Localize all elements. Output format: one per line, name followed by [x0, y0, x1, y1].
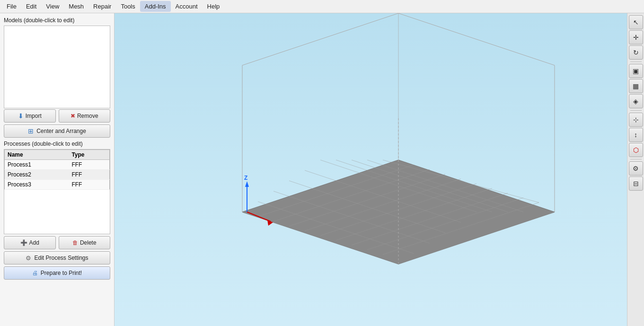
toolbar-separator-1 [630, 62, 642, 62]
view-back-button[interactable]: ▦ [629, 79, 643, 93]
add-icon [20, 239, 27, 246]
menu-account[interactable]: Account [171, 1, 203, 12]
process-name-cell: Process1 [5, 160, 69, 170]
scene-svg: Z [115, 13, 627, 326]
processes-table: Name Type Process1FFFProcess2FFFProcess3… [4, 150, 110, 190]
svg-text:Z: Z [244, 175, 247, 181]
processes-section: Processes (double-click to edit) Name Ty… [4, 141, 110, 322]
svg-line-26 [398, 13, 555, 65]
main-layout: Models (double-click to edit) Import Rem… [0, 13, 644, 326]
edit-process-settings-button[interactable]: Edit Process Settings [4, 251, 110, 264]
remove-icon [71, 113, 75, 119]
view-iso-button[interactable]: ◈ [629, 94, 643, 108]
import-button[interactable]: Import [4, 109, 56, 123]
delete-icon [72, 239, 78, 246]
models-section: Models (double-click to edit) Import Rem… [4, 17, 110, 138]
process-name-cell: Process2 [5, 170, 69, 180]
delete-process-button[interactable]: Delete [59, 236, 111, 249]
processes-wrapper: Name Type Process1FFFProcess2FFFProcess3… [4, 149, 110, 234]
models-label: Models (double-click to edit) [4, 17, 110, 24]
danger-button[interactable]: ⬡ [629, 143, 643, 157]
settings-tool-button[interactable]: ⚙ [629, 161, 643, 176]
move-tool-button[interactable]: ✛ [629, 30, 643, 44]
table-row[interactable]: Process2FFF [5, 170, 110, 180]
col-name: Name [5, 150, 69, 160]
menubar: File Edit View Mesh Repair Tools Add-Ins… [0, 0, 644, 13]
models-list [4, 26, 110, 108]
viewport[interactable]: Z [115, 13, 627, 326]
import-icon [18, 112, 24, 120]
arrange-icon [28, 127, 34, 135]
svg-marker-32 [245, 181, 249, 187]
support-tool-button[interactable]: ⊟ [629, 176, 643, 191]
table-row[interactable]: Process3FFF [5, 180, 110, 190]
processes-btn-row: Add Delete [4, 236, 110, 249]
table-row[interactable]: Process1FFF [5, 160, 110, 170]
view-front-button[interactable]: ▣ [629, 64, 643, 78]
right-toolbar: ↖ ✛ ↻ ▣ ▦ ◈ ⊹ ↕ ⬡ ⚙ ⊟ [627, 13, 644, 326]
models-btn-row: Import Remove [4, 109, 110, 123]
print-icon [32, 270, 38, 276]
edit-settings-icon [26, 255, 31, 262]
menu-file[interactable]: File [2, 1, 21, 12]
prepare-to-print-button[interactable]: Prepare to Print! [4, 266, 110, 280]
add-process-button[interactable]: Add [4, 236, 56, 249]
center-arrange-button[interactable]: Center and Arrange [4, 124, 110, 138]
toolbar-separator-3 [630, 159, 642, 159]
axis-button[interactable]: ⊹ [629, 113, 643, 127]
left-panel: Models (double-click to edit) Import Rem… [0, 13, 115, 326]
process-type-cell: FFF [69, 180, 109, 190]
menu-help[interactable]: Help [203, 1, 225, 12]
movez-button[interactable]: ↕ [629, 128, 643, 142]
process-name-cell: Process3 [5, 180, 69, 190]
menu-edit[interactable]: Edit [21, 1, 41, 12]
processes-label: Processes (double-click to edit) [4, 141, 110, 147]
menu-tools[interactable]: Tools [116, 1, 140, 12]
process-type-cell: FFF [69, 160, 109, 170]
menu-addins[interactable]: Add-Ins [140, 1, 171, 12]
process-type-cell: FFF [69, 170, 109, 180]
svg-line-25 [242, 13, 398, 65]
toolbar-separator-2 [630, 110, 642, 111]
menu-repair[interactable]: Repair [88, 1, 116, 12]
remove-button[interactable]: Remove [59, 109, 111, 123]
col-type: Type [69, 150, 109, 160]
menu-view[interactable]: View [41, 1, 64, 12]
rotate-tool-button[interactable]: ↻ [629, 45, 643, 60]
menu-mesh[interactable]: Mesh [64, 1, 88, 12]
select-tool-button[interactable]: ↖ [629, 15, 643, 29]
